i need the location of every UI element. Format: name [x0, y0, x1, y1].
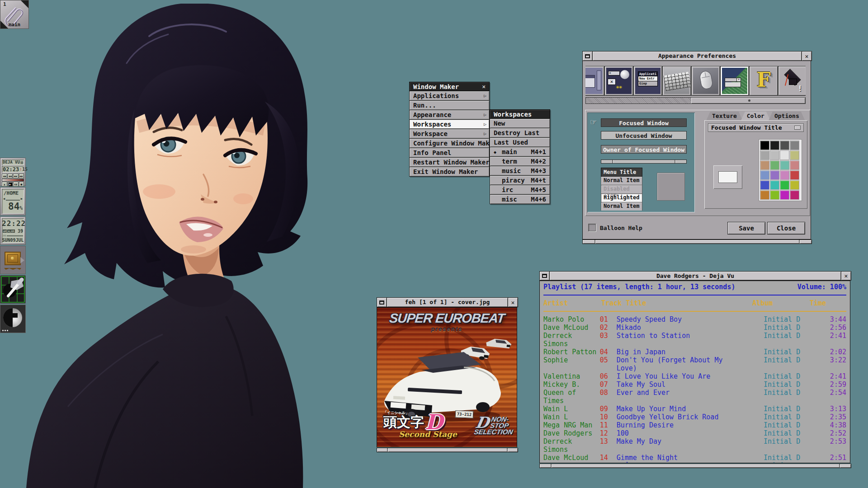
palette-swatch[interactable]	[780, 171, 789, 179]
workspace-menu-item[interactable]: term M4+2	[490, 157, 550, 166]
preview-menu-title[interactable]: Menu Title	[601, 168, 642, 177]
playlist-row[interactable]: Queen of Times 08 Ever and Ever Initial …	[540, 389, 850, 405]
palette-swatch[interactable]	[760, 161, 769, 169]
close-button[interactable]: ✕	[841, 272, 851, 280]
playlist-row[interactable]: Derreck Simons 13 Make My Day Initial D …	[540, 437, 850, 454]
palette-swatch[interactable]	[760, 151, 769, 160]
root-menu-item[interactable]: Applications ▷	[409, 91, 490, 101]
palette-swatch[interactable]	[770, 151, 779, 160]
palette-swatch[interactable]	[770, 181, 779, 189]
workspaces-menu-command[interactable]: Last Used	[490, 138, 550, 147]
close-button-wprefs[interactable]: Close	[767, 222, 805, 235]
dockapp-utility[interactable]	[0, 275, 26, 304]
wprefs-icon-expert[interactable]: !	[778, 66, 806, 96]
palette-swatch[interactable]	[790, 171, 799, 179]
fast-forward-button[interactable]: ▶▶	[13, 174, 19, 178]
playlist-row[interactable]: Derreck Simons 03 Station to Station Ini…	[540, 332, 850, 348]
root-menu-item[interactable]: Appearance ▷	[409, 110, 490, 120]
workspace-menu-item[interactable]: music M4+3	[490, 166, 550, 176]
preview-menu-item[interactable]: Highlighted	[601, 194, 642, 202]
tab[interactable]: Options	[769, 112, 805, 121]
palette-swatch[interactable]	[760, 171, 769, 179]
disk-prev-arrow-icon[interactable]: ◀	[3, 197, 5, 201]
preview-menu-item[interactable]: Normal Item	[601, 177, 642, 185]
root-menu-item[interactable]: Configure Window Maker ▷	[409, 139, 490, 148]
next-track-button[interactable]: ▶▶	[19, 174, 24, 178]
preview-unfocused-titlebar[interactable]: Unfocused Window	[601, 131, 687, 140]
preview-owner-titlebar[interactable]: Owner of Focused Window	[601, 145, 687, 154]
palette-swatch[interactable]	[780, 151, 789, 160]
dockapp-music-player[interactable]: DEJA VU ▤ 02:23 : 15 ◀◀ ◀◀ ▶▶ ▶▶ ▲ ▶ ▮▮ …	[0, 158, 26, 186]
palette-swatch[interactable]	[770, 161, 779, 169]
miniaturize-button[interactable]	[583, 52, 593, 61]
pause-button[interactable]: ▮▮	[13, 182, 19, 187]
dockapp-clock[interactable]: 22:22 AM ALRM 39 PM SUN09JUL	[0, 216, 26, 245]
palette-swatch[interactable]	[790, 181, 799, 189]
save-button[interactable]: Save	[727, 222, 765, 235]
player-resizebar[interactable]	[539, 464, 851, 468]
wprefs-toolbar-scrollbar[interactable]	[585, 97, 806, 104]
dockapp-drawer[interactable]	[0, 246, 26, 274]
music-progress-bar[interactable]	[2, 179, 24, 181]
playlist-row[interactable]: Dave McLoud 02 Mikado Initial D 2:56	[540, 324, 850, 332]
balloon-help-checkbox[interactable]	[588, 224, 596, 231]
wprefs-titlebar[interactable]: Appearance Preferences ✕	[582, 51, 812, 61]
wprefs-resizebar[interactable]	[582, 239, 812, 244]
disk-next-arrow-icon[interactable]: ▶	[21, 197, 23, 201]
dockapp-round-app[interactable]	[0, 305, 26, 333]
workspaces-menu-command[interactable]: New	[490, 119, 550, 128]
playlist-row[interactable]: Mega NRG Man 11 Burning Desire Initial D…	[540, 421, 850, 429]
playlist-row[interactable]: Wain L 10 Goodbye Yellow Brick Road Init…	[540, 413, 850, 421]
palette-swatch[interactable]	[790, 161, 799, 169]
close-button[interactable]: ✕	[508, 298, 518, 307]
dockapp-disk-usage[interactable]: /HOME ◀ ▶ 84%	[0, 187, 26, 216]
player-titlebar[interactable]: Dave Rodgers - Deja Vu ✕	[539, 271, 851, 281]
palette-swatch[interactable]	[770, 191, 779, 199]
root-menu-item[interactable]: Workspace ▷	[409, 129, 490, 139]
wprefs-icon-mouse[interactable]	[691, 66, 720, 96]
palette-swatch[interactable]	[780, 181, 789, 189]
playlist-row[interactable]: Sophie 05 Don't You (Forget About My Lov…	[540, 356, 850, 372]
workspace-menu-item[interactable]: irc M4+5	[490, 185, 550, 195]
workspace-menu-item[interactable]: piracy M4+t	[490, 176, 550, 185]
color-target-dropdown[interactable]: Focused Window Title	[708, 123, 804, 132]
wprefs-icon-appearance[interactable]: ✕	[720, 66, 749, 96]
playlist-row[interactable]: Valentina 06 I Love You Like You Are Ini…	[540, 372, 850, 380]
feh-titlebar[interactable]: feh [1 of 1] - cover.jpg ✕	[377, 297, 518, 307]
wprefs-icon-menu-preferences[interactable]: Applicati New Entr Gimp	[633, 66, 662, 96]
close-button[interactable]: ✕	[802, 52, 811, 61]
palette-swatch[interactable]	[760, 181, 769, 189]
root-menu-item[interactable]: Restart Window Maker ▷	[409, 158, 490, 167]
wprefs-icon-window-handling[interactable]: ✕✕✳✳	[604, 66, 633, 96]
playlist-row[interactable]: Mickey B. 07 Take My Soul Initial D 2:59	[540, 380, 850, 389]
current-color-well[interactable]	[713, 165, 742, 189]
palette-swatch[interactable]	[790, 141, 799, 150]
playlist-row[interactable]: Robert Patton 04 Big in Japan Initial D …	[540, 348, 850, 356]
wprefs-icon-font[interactable]: F	[749, 66, 778, 96]
root-menu-item[interactable]: Workspaces ▷	[409, 120, 490, 129]
palette-swatch[interactable]	[790, 191, 799, 199]
workspaces-menu-titlebar[interactable]: Workspaces	[490, 109, 550, 119]
workspace-menu-item[interactable]: misc M4+6	[490, 195, 550, 204]
palette-swatch[interactable]	[780, 161, 789, 169]
palette-swatch[interactable]	[760, 191, 769, 199]
root-menu-titlebar[interactable]: Window Maker ✕	[409, 82, 490, 91]
wprefs-icon-keyboard[interactable]	[662, 66, 691, 96]
preview-icon-tile[interactable]	[657, 173, 685, 201]
play-button[interactable]: ▶	[8, 182, 13, 187]
preview-focused-titlebar[interactable]: Focused Window	[601, 118, 687, 127]
playlist-row[interactable]: Marko Polo 01 Speedy Speed Boy Initial D…	[540, 315, 850, 324]
workspace-menu-item[interactable]: ◆ main M4+1	[490, 147, 550, 157]
rewind-button[interactable]: ◀◀	[8, 174, 13, 178]
palette-swatch[interactable]	[760, 141, 769, 150]
palette-swatch[interactable]	[780, 191, 789, 199]
miniaturize-button[interactable]	[377, 298, 387, 307]
previous-track-button[interactable]: ◀◀	[2, 174, 7, 178]
palette-swatch[interactable]	[780, 141, 789, 150]
palette-swatch[interactable]	[770, 171, 779, 179]
stop-button[interactable]: ■	[19, 182, 24, 187]
workspaces-menu-command[interactable]: Destroy Last	[490, 128, 550, 138]
preview-resizebar[interactable]	[601, 160, 687, 164]
palette-swatch[interactable]	[790, 151, 799, 160]
wprefs-icon-window-focus[interactable]	[585, 66, 604, 96]
